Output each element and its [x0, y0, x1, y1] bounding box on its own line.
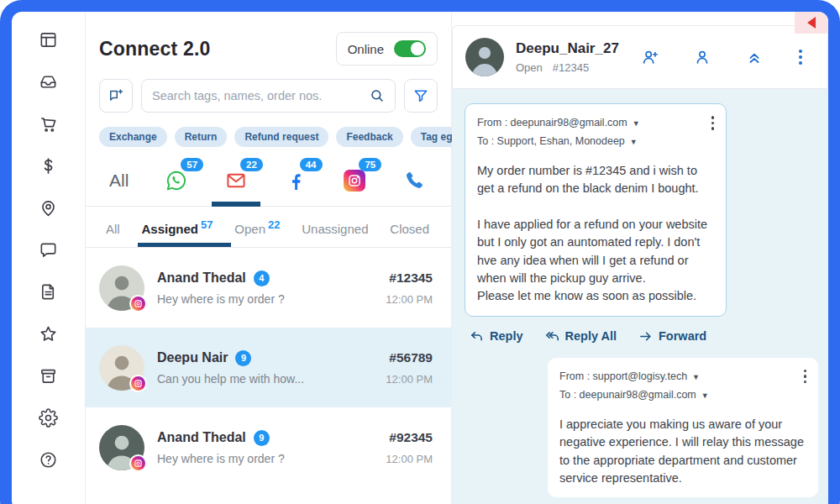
person-icon	[693, 48, 711, 66]
channel-tab-instagram[interactable]: 75	[343, 169, 366, 192]
chat-header: Deepu_Nair_27 Open #12345	[452, 25, 828, 89]
message-preview: Hey where is my order ?	[157, 452, 386, 465]
documents-icon[interactable]	[39, 282, 58, 302]
message-from-row[interactable]: From : support@logisy.tech▼	[559, 368, 806, 386]
forward-arrow-icon	[638, 329, 653, 344]
channel-count-badge: 75	[359, 158, 381, 171]
chevron-down-icon: ▼	[630, 138, 638, 146]
avatar	[465, 38, 504, 76]
reply-button[interactable]: Reply	[470, 329, 523, 344]
channel-count-badge: 22	[240, 158, 263, 171]
app-window: Connect 2.0 Online Exchange Return Refun…	[0, 0, 840, 504]
dashboard-icon[interactable]	[39, 30, 58, 50]
channel-tab-all[interactable]: All	[109, 171, 129, 191]
phone-icon	[402, 169, 426, 192]
message-preview: Hey where is my order ?	[157, 292, 386, 306]
message-from-row[interactable]: From : deepunair98@gmail.com▼	[477, 114, 714, 133]
status-tab-all[interactable]: All	[106, 222, 120, 247]
chat-icon[interactable]	[39, 240, 58, 260]
tag-filters: Exchange Return Refund request Feedback …	[86, 127, 451, 147]
channel-count-badge: 44	[300, 158, 323, 171]
tag-pill[interactable]: Return	[175, 127, 228, 147]
status-tab-closed[interactable]: Closed	[390, 222, 429, 247]
channel-tab-email[interactable]: 22	[224, 169, 248, 192]
status-tab-unassigned[interactable]: Unassigned	[302, 222, 368, 247]
help-icon[interactable]	[39, 450, 58, 470]
message-text: My order number is #12345 and i wish to …	[477, 162, 714, 306]
archive-icon[interactable]	[39, 366, 58, 386]
location-icon[interactable]	[39, 198, 58, 218]
cart-icon[interactable]	[39, 114, 58, 134]
chat-status: Open	[516, 61, 543, 74]
chat-thread: From : deepunair98@gmail.com▼ To : Suppo…	[452, 89, 828, 504]
reply-all-button[interactable]: Reply All	[545, 329, 617, 344]
timestamp: 12:00 PM	[386, 453, 433, 465]
email-icon	[224, 169, 248, 192]
message-more-button[interactable]	[710, 114, 717, 132]
tag-pill[interactable]: Exchange	[99, 127, 167, 147]
whatsapp-icon	[165, 169, 188, 192]
chat-contact-handle: Deepu_Nair_27	[516, 40, 641, 57]
channel-count-badge: 57	[181, 158, 203, 171]
contact-name: Anand Thedal	[157, 270, 246, 286]
status-tab-open[interactable]: Open22	[234, 218, 280, 247]
collapse-panel-button[interactable]	[795, 12, 828, 34]
tag-pill[interactable]: Refund request	[234, 127, 328, 147]
reply-icon	[470, 329, 484, 344]
status-tab-assigned[interactable]: Assigned57	[141, 218, 213, 247]
message-to-row[interactable]: To : Support, Eshan, Monodeep▼	[477, 133, 714, 151]
settings-icon[interactable]	[39, 408, 58, 428]
channel-tab-whatsapp[interactable]: 57	[165, 169, 188, 192]
instagram-channel-badge-icon	[129, 295, 147, 312]
person-plus-icon	[641, 48, 659, 66]
chat-panel: Deepu_Nair_27 Open #12345	[452, 12, 828, 504]
sales-icon[interactable]	[39, 156, 58, 176]
contact-name: Deepu Nair	[157, 350, 228, 365]
new-conversation-button[interactable]	[99, 79, 133, 113]
channel-tab-phone[interactable]	[402, 169, 426, 192]
new-chat-icon	[108, 87, 124, 104]
open-count: 22	[268, 218, 280, 231]
message-bubble-incoming: From : deepunair98@gmail.com▼ To : Suppo…	[465, 103, 727, 317]
channel-tab-facebook[interactable]: 44	[284, 169, 307, 192]
instagram-channel-badge-icon	[129, 375, 147, 392]
message-to-row[interactable]: To : deepunair98@gmail.com▼	[559, 386, 806, 405]
message-bubble-outgoing: From : support@logisy.tech▼ To : deepuna…	[548, 358, 818, 498]
inbox-icon[interactable]	[39, 72, 58, 92]
assign-user-button[interactable]	[641, 48, 659, 66]
conversation-list-panel: Connect 2.0 Online Exchange Return Refun…	[86, 12, 452, 504]
conversation-row[interactable]: Anand Thedal 9 Hey where is my order ? #…	[86, 407, 451, 487]
chat-ticket-number: #12345	[553, 61, 589, 74]
online-status-control[interactable]: Online	[336, 32, 438, 66]
assigned-count: 57	[201, 218, 213, 231]
chevron-down-icon: ▼	[633, 119, 640, 128]
profile-button[interactable]	[693, 48, 711, 66]
sidebar	[12, 12, 86, 504]
search-field[interactable]	[141, 79, 396, 113]
contact-name: Anand Thedal	[157, 430, 246, 445]
filter-button[interactable]	[404, 79, 438, 113]
status-tabs: All Assigned57 Open22 Unassigned Closed	[86, 207, 451, 248]
page-title: Connect 2.0	[99, 38, 211, 60]
order-number: #12345	[386, 270, 433, 286]
message-text: I appreciate you making us aware of your…	[559, 416, 806, 488]
unread-count-badge: 9	[254, 430, 270, 446]
instagram-icon	[347, 173, 362, 188]
conversation-row[interactable]: Anand Thedal 4 Hey where is my order ? #…	[86, 248, 451, 328]
favorites-icon[interactable]	[39, 324, 58, 344]
more-menu-button[interactable]	[797, 48, 804, 66]
collapse-thread-button[interactable]	[745, 48, 764, 66]
search-input[interactable]	[152, 89, 363, 102]
facebook-icon	[284, 169, 307, 192]
message-actions: Reply Reply All Forward	[470, 329, 818, 344]
conversation-row-selected[interactable]: Deepu Nair 9 Can you help me with how...…	[86, 328, 451, 407]
message-more-button[interactable]	[802, 368, 809, 386]
unread-count-badge: 4	[254, 270, 270, 286]
order-number: #56789	[386, 350, 433, 365]
search-icon	[370, 88, 385, 103]
channel-tabs: All 57 22 44 75	[86, 152, 451, 207]
tag-pill[interactable]: Feedback	[336, 127, 402, 147]
online-toggle[interactable]	[394, 40, 426, 57]
chevron-down-icon: ▼	[701, 391, 709, 400]
forward-button[interactable]: Forward	[638, 329, 706, 344]
